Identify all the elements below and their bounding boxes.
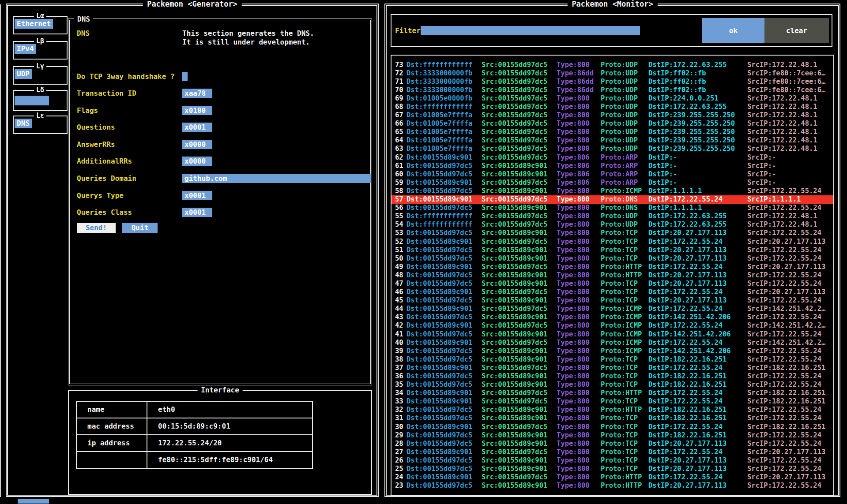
packet-row[interactable]: 23Dst:00155dd97dc5Src:00155d89c901Type:8…: [395, 482, 832, 490]
dns-label: DNS: [77, 29, 90, 37]
packet-cell-proto: Proto:ARP: [601, 170, 648, 178]
packet-row[interactable]: 37Dst:00155d89c901Src:00155dd97dc5Type:8…: [395, 363, 832, 372]
packet-cell-dstip: DstIP:172.22.55.24: [648, 238, 747, 246]
packet-row[interactable]: 64Dst:01005e7ffffaSrc:00155dd97dc5Type:8…: [395, 136, 832, 145]
packet-row[interactable]: 32Dst:00155dd97dc5Src:00155d89c901Type:8…: [395, 406, 832, 414]
interface-row: ip address172.22.55.24/20: [77, 435, 312, 452]
packet-row[interactable]: 24Dst:00155d89c901Src:00155dd97dc5Type:8…: [395, 473, 832, 482]
packet-row[interactable]: 55Dst:ffffffffffffSrc:00155dd97dc5Type:8…: [395, 212, 832, 220]
packet-cell-dst: Dst:00155d89c901: [407, 364, 482, 372]
field-input-transaction-id[interactable]: xaa78: [182, 89, 212, 98]
packet-row[interactable]: 65Dst:01005e7ffffaSrc:00155dd97dc5Type:8…: [395, 128, 832, 136]
interface-table: nameeth0mac address00:15:5d:89:c9:01ip a…: [76, 401, 313, 469]
packet-row[interactable]: 67Dst:01005e7ffffaSrc:00155dd97dc5Type:8…: [395, 111, 832, 119]
packet-cell-no: 64: [395, 136, 407, 144]
packet-row[interactable]: 33Dst:00155d89c901Src:00155dd97dc5Type:8…: [395, 397, 832, 406]
packet-cell-type: Type:800: [557, 372, 601, 380]
packet-row[interactable]: 60Dst:00155dd97dc5Src:00155d89c901Type:8…: [395, 170, 832, 178]
dns-section-title: DNS: [74, 15, 93, 23]
quit-button[interactable]: Quit: [122, 223, 158, 233]
packet-row[interactable]: 63Dst:01005e7ffffaSrc:00155dd97dc5Type:8…: [395, 145, 832, 153]
packet-cell-type: Type:800: [557, 440, 601, 448]
packet-cell-type: Type:800: [557, 347, 601, 355]
packet-row[interactable]: 36Dst:00155dd97dc5Src:00155d89c901Type:8…: [395, 372, 832, 380]
packet-row[interactable]: 70Dst:3333000000fbSrc:00155dd97dc5Type:8…: [395, 86, 832, 94]
packet-cell-srcip: SrcIP:20.27.177.113: [747, 288, 832, 296]
packet-cell-dstip: DstIP:182.22.16.251: [648, 431, 747, 439]
packet-cell-type: Type:800: [557, 263, 601, 271]
packet-row[interactable]: 34Dst:00155d89c901Src:00155dd97dc5Type:8…: [395, 389, 832, 397]
filter-input[interactable]: [421, 26, 640, 35]
packet-cell-no: 42: [395, 321, 407, 329]
ok-button[interactable]: ok: [702, 18, 764, 43]
packet-row[interactable]: 39Dst:00155dd97dc5Src:00155d89c901Type:8…: [395, 347, 832, 355]
packet-cell-no: 69: [395, 94, 407, 102]
packet-row[interactable]: 46Dst:00155d89c901Src:00155dd97dc5Type:8…: [395, 288, 832, 296]
layer-tab-udp[interactable]: LγUDP: [13, 66, 68, 85]
packet-row[interactable]: 45Dst:00155dd97dc5Src:00155d89c901Type:8…: [395, 296, 832, 305]
packet-cell-proto: Proto:TCP: [601, 381, 648, 388]
packet-row[interactable]: 54Dst:ffffffffffffSrc:00155dd97dc5Type:8…: [395, 220, 832, 229]
clear-button[interactable]: clear: [764, 18, 829, 43]
layer-tab-ipv4[interactable]: LβIPv4: [13, 41, 68, 60]
packet-row[interactable]: 47Dst:00155dd97dc5Src:00155d89c901Type:8…: [395, 279, 832, 287]
packet-cell-srcip: SrcIP:142.251.42.2…: [747, 305, 832, 313]
packet-row[interactable]: 53Dst:00155dd97dc5Src:00155d89c901Type:8…: [395, 229, 832, 237]
packet-row[interactable]: 56Dst:00155dd97dc5Src:00155d89c901Type:8…: [395, 204, 832, 212]
packet-row[interactable]: 50Dst:00155dd97dc5Src:00155d89c901Type:8…: [395, 254, 832, 262]
field-input-questions[interactable]: x0001: [182, 123, 212, 132]
packet-row[interactable]: 43Dst:00155dd97dc5Src:00155d89c901Type:8…: [395, 313, 832, 321]
packet-row[interactable]: 71Dst:3333000000fbSrc:00155dd97dc5Type:8…: [395, 77, 832, 86]
packet-row[interactable]: 48Dst:00155dd97dc5Src:00155d89c901Type:8…: [395, 271, 832, 279]
packet-row[interactable]: 51Dst:00155dd97dc5Src:00155d89c901Type:8…: [395, 246, 832, 254]
packet-cell-proto: Proto:TCP: [601, 397, 648, 405]
packet-row-selected[interactable]: 57Dst:00155d89c901Src:00155dd97dc5Type:8…: [392, 195, 834, 204]
interface-row: fe80::215:5dff:fe89:c901/64: [77, 452, 312, 469]
field-input-additionalrrs[interactable]: x0000: [182, 157, 212, 166]
field-input-flags[interactable]: x0100: [182, 106, 212, 115]
packet-row[interactable]: 66Dst:01005e7ffffaSrc:00155dd97dc5Type:8…: [395, 119, 832, 128]
packet-row[interactable]: 72Dst:3333000000fbSrc:00155dd97dc5Type:8…: [395, 69, 832, 77]
packet-row[interactable]: 52Dst:00155d89c901Src:00155dd97dc5Type:8…: [395, 237, 832, 246]
packet-cell-dst: Dst:00155d89c901: [407, 263, 482, 271]
tcp-handshake-checkbox[interactable]: [182, 72, 188, 81]
packet-row[interactable]: 27Dst:00155d89c901Src:00155dd97dc5Type:8…: [395, 448, 832, 456]
packet-row[interactable]: 26Dst:00155dd97dc5Src:00155d89c901Type:8…: [395, 456, 832, 464]
packet-row[interactable]: 30Dst:00155d89c901Src:00155dd97dc5Type:8…: [395, 422, 832, 431]
layer-tab-dns[interactable]: LεDNS: [13, 116, 68, 134]
packet-row[interactable]: 49Dst:00155d89c901Src:00155dd97dc5Type:8…: [395, 262, 832, 271]
packet-row[interactable]: 68Dst:ffffffffffffSrc:00155dd97dc5Type:8…: [395, 102, 832, 111]
packet-row[interactable]: 29Dst:00155dd97dc5Src:00155d89c901Type:8…: [395, 431, 832, 439]
field-input-queries-domain[interactable]: github.com: [182, 174, 371, 183]
packet-row[interactable]: 40Dst:00155d89c901Src:00155dd97dc5Type:8…: [395, 338, 832, 347]
packet-row[interactable]: 58Dst:00155dd97dc5Src:00155d89c901Type:8…: [395, 187, 832, 195]
packet-row[interactable]: 73Dst:ffffffffffffSrc:00155dd97dc5Type:8…: [395, 60, 832, 69]
packet-row[interactable]: 61Dst:00155dd97dc5Src:00155d89c901Type:8…: [395, 161, 832, 170]
send-button[interactable]: Send!: [77, 223, 116, 233]
packet-row[interactable]: 41Dst:00155dd97dc5Src:00155d89c901Type:8…: [395, 330, 832, 338]
packet-cell-no: 71: [395, 78, 407, 86]
field-input-answerrrs[interactable]: x0000: [182, 140, 212, 149]
packet-row[interactable]: 28Dst:00155dd97dc5Src:00155d89c901Type:8…: [395, 439, 832, 448]
packet-cell-src: Src:00155dd97dc5: [482, 86, 557, 94]
packet-row[interactable]: 59Dst:00155d89c901Src:00155dd97dc5Type:8…: [395, 178, 832, 187]
field-input-querys-type[interactable]: x0001: [182, 191, 212, 200]
packet-cell-src: Src:00155dd97dc5: [482, 263, 557, 271]
layer-tab-empty[interactable]: Lδ: [13, 90, 68, 111]
packet-row[interactable]: 31Dst:00155dd97dc5Src:00155d89c901Type:8…: [395, 414, 832, 422]
packet-cell-dstip: DstIP:172.22.63.255: [648, 220, 747, 228]
packet-row[interactable]: 69Dst:01005e0000fbSrc:00155dd97dc5Type:8…: [395, 94, 832, 102]
packet-row[interactable]: 62Dst:00155d89c901Src:00155dd97dc5Type:8…: [395, 153, 832, 161]
packet-cell-dstip: DstIP:239.255.255.250: [648, 136, 747, 144]
packet-cell-proto: Proto:ARP: [601, 162, 648, 170]
packet-row[interactable]: 44Dst:00155d89c901Src:00155dd97dc5Type:8…: [395, 305, 832, 313]
packet-cell-srcip: SrcIP:172.22.55.24: [747, 414, 832, 422]
packet-cell-srcip: SrcIP:172.22.55.24: [747, 431, 832, 439]
layer-tab-ethernet[interactable]: LαEthernet: [13, 16, 68, 34]
packet-row[interactable]: 42Dst:00155d89c901Src:00155dd97dc5Type:8…: [395, 321, 832, 330]
packet-cell-no: 26: [395, 456, 407, 464]
field-input-queries-class[interactable]: x0001: [182, 208, 212, 217]
packet-row[interactable]: 38Dst:00155dd97dc5Src:00155d89c901Type:8…: [395, 355, 832, 363]
packet-row[interactable]: 25Dst:00155dd97dc5Src:00155d89c901Type:8…: [395, 465, 832, 473]
packet-row[interactable]: 35Dst:00155dd97dc5Src:00155d89c901Type:8…: [395, 381, 832, 389]
